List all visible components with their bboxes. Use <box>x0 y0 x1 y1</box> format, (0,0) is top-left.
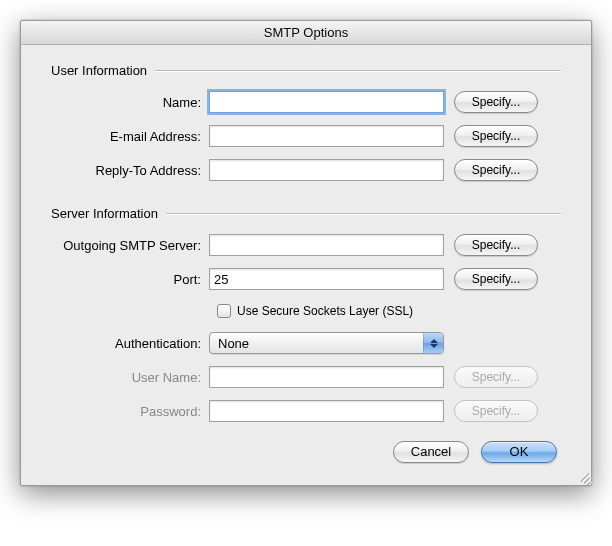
smtp-row: Outgoing SMTP Server: Specify... <box>51 233 561 257</box>
name-specify-button[interactable]: Specify... <box>454 91 538 113</box>
user-info-header: User Information <box>51 63 561 78</box>
dialog-content: User Information Name: Specify... E-mail… <box>21 45 591 485</box>
user-information-group: User Information Name: Specify... E-mail… <box>51 63 561 182</box>
username-input <box>209 366 444 388</box>
smtp-label: Outgoing SMTP Server: <box>51 238 209 253</box>
password-label: Password: <box>51 404 209 419</box>
smtp-options-dialog: SMTP Options User Information Name: Spec… <box>20 20 592 486</box>
auth-row: Authentication: None <box>51 331 561 355</box>
password-row: Password: Specify... <box>51 399 561 423</box>
ssl-label: Use Secure Sockets Layer (SSL) <box>237 304 413 318</box>
port-label: Port: <box>51 272 209 287</box>
divider <box>166 213 561 214</box>
password-input <box>209 400 444 422</box>
server-info-header: Server Information <box>51 206 561 221</box>
divider <box>155 70 561 71</box>
username-label: User Name: <box>51 370 209 385</box>
username-specify-button: Specify... <box>454 366 538 388</box>
replyto-specify-button[interactable]: Specify... <box>454 159 538 181</box>
username-row: User Name: Specify... <box>51 365 561 389</box>
replyto-input[interactable] <box>209 159 444 181</box>
replyto-label: Reply-To Address: <box>51 163 209 178</box>
replyto-row: Reply-To Address: Specify... <box>51 158 561 182</box>
port-row: Port: Specify... <box>51 267 561 291</box>
cancel-button[interactable]: Cancel <box>393 441 469 463</box>
name-label: Name: <box>51 95 209 110</box>
port-input[interactable] <box>209 268 444 290</box>
ok-button[interactable]: OK <box>481 441 557 463</box>
smtp-specify-button[interactable]: Specify... <box>454 234 538 256</box>
email-specify-button[interactable]: Specify... <box>454 125 538 147</box>
window-title: SMTP Options <box>21 21 591 45</box>
dialog-footer: Cancel OK <box>51 441 561 463</box>
server-info-title: Server Information <box>51 206 166 221</box>
email-input[interactable] <box>209 125 444 147</box>
auth-value: None <box>218 336 249 351</box>
server-information-group: Server Information Outgoing SMTP Server:… <box>51 206 561 423</box>
ssl-row: Use Secure Sockets Layer (SSL) <box>51 301 561 321</box>
resize-grip-icon[interactable] <box>575 469 589 483</box>
ssl-checkbox[interactable] <box>217 304 231 318</box>
port-specify-button[interactable]: Specify... <box>454 268 538 290</box>
password-specify-button: Specify... <box>454 400 538 422</box>
user-info-title: User Information <box>51 63 155 78</box>
select-stepper-icon <box>423 333 443 353</box>
name-row: Name: Specify... <box>51 90 561 114</box>
auth-label: Authentication: <box>51 336 209 351</box>
auth-select[interactable]: None <box>209 332 444 354</box>
email-label: E-mail Address: <box>51 129 209 144</box>
email-row: E-mail Address: Specify... <box>51 124 561 148</box>
smtp-input[interactable] <box>209 234 444 256</box>
name-input[interactable] <box>209 91 444 113</box>
